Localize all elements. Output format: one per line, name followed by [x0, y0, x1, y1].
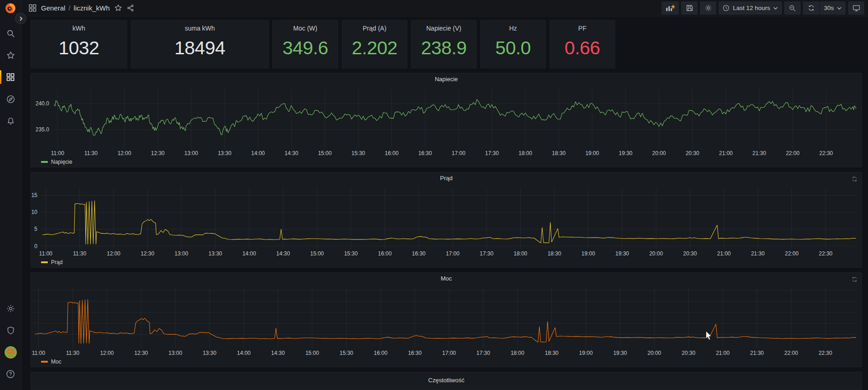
svg-text:17:00: 17:00 [442, 350, 456, 356]
panel-refresh-icon[interactable] [852, 276, 858, 284]
svg-text:16:00: 16:00 [378, 250, 392, 257]
moc-plot-area[interactable]: 11:0011:3012:0012:3013:0013:3014:0014:30… [31, 285, 862, 357]
svg-text:15:30: 15:30 [339, 350, 353, 356]
stat-value: 50.0 [495, 28, 531, 68]
stat-panel-kwh: kWh 1032 [31, 20, 127, 68]
svg-text:14:30: 14:30 [285, 150, 298, 156]
svg-text:22:00: 22:00 [785, 250, 799, 257]
svg-text:235.0: 235.0 [36, 126, 49, 133]
svg-text:20:00: 20:00 [649, 250, 663, 257]
svg-text:5: 5 [34, 226, 37, 232]
stats-row: kWh 1032 suma kWh 18494 Moc (W) 349.6 Pr… [31, 20, 862, 68]
legend-label-moc[interactable]: Moc [51, 359, 62, 365]
panel-title-prad[interactable]: Prąd [31, 172, 862, 184]
svg-text:16:30: 16:30 [408, 350, 421, 356]
refresh-interval-picker[interactable]: 30s [820, 1, 846, 15]
refresh-dashboard-button[interactable] [803, 1, 819, 15]
sidebar-item-starred[interactable] [0, 46, 21, 65]
svg-text:16:30: 16:30 [412, 250, 426, 257]
star-dashboard-icon[interactable] [114, 4, 122, 12]
stat-panel-suma-kwh: suma kWh 18494 [131, 20, 269, 68]
help-question-icon [6, 369, 15, 379]
stat-panel-prad: Prąd (A) 2.202 [342, 20, 407, 68]
svg-text:22:30: 22:30 [819, 250, 832, 257]
svg-text:19:30: 19:30 [619, 150, 632, 156]
stat-panel-napiecie: Napiecie (V) 238.9 [411, 20, 477, 68]
stat-value: 0.66 [565, 28, 600, 68]
sidebar-item-configuration[interactable] [0, 299, 21, 318]
svg-text:14:00: 14:00 [251, 150, 265, 156]
monitor-icon [853, 5, 860, 12]
svg-text:15:00: 15:00 [305, 350, 319, 356]
legend-swatch-napiecie [41, 161, 48, 163]
panel-napiecie-chart: Napiecie 11:0011:3012:0012:3013:0013:301… [31, 73, 862, 167]
svg-text:13:30: 13:30 [203, 350, 216, 356]
legend: Moc [31, 357, 862, 367]
svg-text:21:30: 21:30 [750, 350, 764, 356]
breadcrumb-dashboard[interactable]: licznik_kWh [74, 4, 110, 12]
panel-refresh-icon[interactable] [852, 176, 858, 184]
sidebar-item-profile[interactable] [0, 343, 21, 362]
stat-value: 18494 [175, 28, 226, 68]
svg-text:240.0: 240.0 [36, 100, 49, 107]
panel-title-napiecie[interactable]: Napiecie [31, 73, 862, 85]
refresh-control: 30s [803, 1, 846, 15]
add-panel-button[interactable] [662, 1, 679, 15]
sidebar-expand-button[interactable] [15, 13, 26, 24]
svg-text:17:30: 17:30 [485, 150, 499, 156]
svg-text:19:00: 19:00 [581, 250, 595, 257]
time-range-label: Last 12 hours [733, 5, 770, 11]
svg-text:11:00: 11:00 [39, 250, 52, 257]
svg-text:19:30: 19:30 [613, 350, 627, 356]
cycle-view-mode-button[interactable] [848, 1, 864, 15]
svg-text:11:30: 11:30 [66, 350, 79, 356]
alerting-bell-icon [6, 117, 15, 125]
dashboard-settings-button[interactable] [700, 1, 716, 15]
legend: Prąd [31, 257, 862, 267]
svg-text:11:00: 11:00 [51, 150, 64, 156]
sidebar-item-help[interactable] [0, 364, 21, 384]
legend-label-prad[interactable]: Prąd [51, 259, 62, 265]
svg-text:21:00: 21:00 [719, 150, 733, 156]
stat-value: 238.9 [421, 28, 467, 68]
panel-title-czestotliwosc[interactable]: Częstotliwość [31, 372, 862, 384]
sidebar-item-explore[interactable] [0, 89, 21, 109]
svg-text:15:30: 15:30 [344, 250, 358, 257]
panel-title-moc[interactable]: Moc [31, 273, 862, 285]
svg-text:18:30: 18:30 [552, 150, 565, 156]
svg-text:19:30: 19:30 [616, 250, 629, 257]
svg-text:13:30: 13:30 [208, 250, 222, 257]
breadcrumb-folder[interactable]: General [41, 4, 65, 12]
save-dashboard-button[interactable] [681, 1, 698, 15]
svg-text:20:00: 20:00 [647, 350, 661, 356]
sidebar-item-search[interactable] [0, 24, 21, 43]
svg-text:22:00: 22:00 [786, 150, 800, 156]
save-floppy-icon [686, 4, 693, 12]
stat-panel-hz: Hz 50.0 [480, 20, 546, 68]
time-range-picker[interactable]: Last 12 hours [719, 1, 782, 15]
zoom-out-time-button[interactable] [784, 1, 801, 15]
gear-icon [704, 4, 712, 12]
legend-label-napiecie[interactable]: Napięcie [51, 159, 72, 165]
panel-czestotliwosc-partial: Częstotliwość [31, 372, 862, 390]
svg-text:21:00: 21:00 [717, 250, 731, 257]
sidebar-item-alerting[interactable] [0, 111, 21, 130]
svg-text:16:00: 16:00 [385, 150, 399, 156]
svg-text:11:30: 11:30 [73, 250, 86, 257]
refresh-icon [808, 5, 815, 11]
svg-text:18:00: 18:00 [511, 350, 524, 356]
sidebar-item-server-admin[interactable] [0, 321, 21, 340]
sidebar-item-dashboards[interactable] [0, 68, 21, 87]
share-icon[interactable] [127, 4, 134, 12]
stat-value: 349.6 [282, 28, 328, 68]
svg-text:13:00: 13:00 [175, 250, 188, 257]
svg-text:13:00: 13:00 [185, 150, 198, 156]
svg-text:18:00: 18:00 [519, 150, 532, 156]
svg-text:16:30: 16:30 [418, 150, 432, 156]
chevron-down-icon [837, 6, 842, 10]
napiecie-plot-area[interactable]: 11:0011:3012:0012:3013:0013:3014:0014:30… [31, 85, 862, 157]
svg-text:15:30: 15:30 [351, 150, 365, 156]
legend-swatch-prad [41, 261, 48, 263]
svg-text:12:30: 12:30 [151, 150, 164, 156]
prad-plot-area[interactable]: 11:0011:3012:0012:3013:0013:3014:0014:30… [31, 184, 862, 257]
